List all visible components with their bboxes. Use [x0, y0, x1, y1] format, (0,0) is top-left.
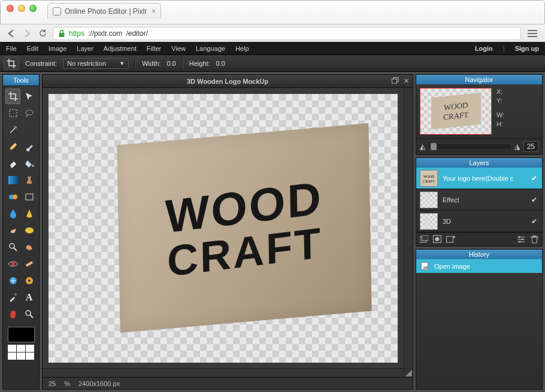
- window-minimize-icon[interactable]: [18, 5, 25, 12]
- constraint-value: No restriction: [67, 60, 106, 67]
- eraser-tool-icon[interactable]: [5, 156, 20, 171]
- doc-dimensions: 2400x1600 px: [78, 380, 120, 387]
- right-panels: Navigator WOODCRAFT X: Y: W: H: ◭: [416, 74, 543, 390]
- resize-grip-icon[interactable]: ◢: [404, 368, 413, 377]
- window-restore-icon[interactable]: [392, 77, 399, 85]
- layer-visible-checkbox[interactable]: ✔: [530, 217, 538, 226]
- svg-point-35: [519, 241, 521, 243]
- back-button[interactable]: [6, 28, 17, 39]
- layer-visible-checkbox[interactable]: ✔: [530, 196, 538, 204]
- svg-point-33: [519, 236, 520, 238]
- svg-text:CRAFT: CRAFT: [423, 180, 435, 183]
- browser-tab[interactable]: Online Photo Editor | Pixlr ×: [47, 3, 161, 19]
- window-close-icon[interactable]: [7, 5, 14, 12]
- redeye-tool-icon[interactable]: [5, 256, 20, 272]
- forward-button[interactable]: [22, 28, 32, 39]
- menu-layer[interactable]: Layer: [77, 45, 93, 52]
- layer-row[interactable]: 3D ✔: [416, 211, 542, 232]
- blur-tool-icon[interactable]: [5, 206, 20, 221]
- crop-tool-icon[interactable]: [5, 89, 20, 104]
- canvas-viewport[interactable]: WOOD CRAFT ◢: [43, 88, 413, 377]
- menu-help[interactable]: Help: [235, 45, 249, 52]
- layers-title: Layers: [416, 158, 542, 168]
- history-item[interactable]: Open image: [416, 259, 542, 273]
- spot-heal-tool-icon[interactable]: [22, 256, 37, 272]
- gradient-tool-icon[interactable]: [5, 172, 20, 188]
- hand-tool-icon[interactable]: [5, 306, 20, 322]
- sharpen-tool-icon[interactable]: [22, 206, 37, 221]
- scrollbar-vertical[interactable]: [404, 88, 413, 367]
- layer-styles-icon[interactable]: [446, 235, 456, 244]
- svg-text:WOOD: WOOD: [423, 175, 435, 178]
- chrome-menu-button[interactable]: [526, 28, 539, 39]
- bloat-tool-icon[interactable]: [5, 273, 20, 288]
- tools-grid: A: [3, 86, 39, 324]
- svg-point-12: [13, 195, 17, 199]
- menu-image[interactable]: Image: [49, 45, 67, 52]
- layer-mask-icon[interactable]: [433, 235, 441, 244]
- document-window: 3D Wooden Logo MockUp ✕ WOOD CRAFT: [42, 74, 413, 390]
- constraint-label: Constraint:: [25, 60, 57, 67]
- lasso-tool-icon[interactable]: [22, 105, 37, 121]
- menu-adjustment[interactable]: Adjustment: [104, 45, 137, 52]
- dodge-tool-icon[interactable]: [5, 239, 20, 255]
- delete-layer-icon[interactable]: [531, 235, 538, 244]
- menu-filter[interactable]: Filter: [147, 45, 161, 52]
- move-tool-icon[interactable]: [22, 89, 37, 104]
- pinch-tool-icon[interactable]: [22, 273, 37, 288]
- pencil-tool-icon[interactable]: [5, 139, 20, 154]
- new-layer-icon[interactable]: [420, 235, 428, 244]
- address-bar[interactable]: https://pixlr.com/editor/: [53, 27, 521, 40]
- svg-point-16: [11, 262, 15, 266]
- palette-swatches[interactable]: [8, 345, 34, 360]
- layer-visible-checkbox[interactable]: ✔: [530, 174, 538, 183]
- eyedropper-tool-icon[interactable]: [5, 290, 20, 305]
- draw-tool-icon[interactable]: [22, 189, 37, 205]
- menu-file[interactable]: File: [6, 45, 17, 52]
- zoom-out-icon[interactable]: ◭: [420, 142, 425, 151]
- window-zoom-icon[interactable]: [29, 5, 37, 12]
- tools-panel-title: Tools: [3, 75, 39, 86]
- zoom-percent[interactable]: 25: [49, 380, 56, 387]
- signup-link[interactable]: Sign up: [515, 45, 539, 52]
- foreground-swatch[interactable]: [8, 327, 35, 342]
- tab-close-icon[interactable]: ×: [152, 7, 156, 16]
- color-replace-tool-icon[interactable]: [5, 189, 20, 205]
- svg-point-5: [26, 110, 33, 115]
- zoom-tool-icon[interactable]: [22, 306, 37, 322]
- zoom-slider[interactable]: [429, 144, 511, 149]
- canvas-checker: WOOD CRAFT: [49, 94, 398, 363]
- type-tool-icon[interactable]: A: [22, 290, 37, 305]
- marquee-tool-icon[interactable]: [5, 105, 20, 121]
- layer-thumb-icon: [420, 213, 438, 230]
- layer-row[interactable]: Effect ✔: [416, 189, 542, 211]
- width-value[interactable]: 0.0: [166, 60, 175, 67]
- navigator-title: Navigator: [416, 75, 542, 84]
- clone-tool-icon[interactable]: [22, 172, 37, 188]
- wand-tool-icon[interactable]: [5, 122, 20, 138]
- window-close-icon[interactable]: ✕: [404, 77, 409, 85]
- constraint-dropdown[interactable]: No restriction ▼: [63, 58, 129, 69]
- menu-edit[interactable]: Edit: [27, 45, 38, 52]
- zoom-in-icon[interactable]: ◮: [514, 142, 520, 151]
- bucket-tool-icon[interactable]: [22, 156, 37, 171]
- reload-button[interactable]: [37, 28, 48, 39]
- smudge-tool-icon[interactable]: [5, 223, 20, 238]
- login-link[interactable]: Login: [475, 45, 493, 52]
- workspace: Tools: [0, 72, 545, 392]
- burn-tool-icon[interactable]: [22, 239, 37, 255]
- tab-title: Online Photo Editor | Pixlr: [65, 7, 147, 16]
- scrollbar-horizontal[interactable]: [43, 368, 404, 377]
- document-titlebar[interactable]: 3D Wooden Logo MockUp ✕: [43, 75, 413, 88]
- menu-language[interactable]: Language: [196, 45, 225, 52]
- brush-tool-icon[interactable]: [22, 139, 37, 154]
- url-path: /editor/: [126, 29, 148, 38]
- menu-view[interactable]: View: [171, 45, 186, 52]
- layer-settings-icon[interactable]: [516, 235, 526, 244]
- navigator-thumbnail[interactable]: WOODCRAFT: [420, 88, 492, 135]
- layer-row[interactable]: WOODCRAFT Your logo here(Double c ✔: [416, 168, 542, 189]
- height-value[interactable]: 0.0: [216, 60, 225, 67]
- sponge-tool-icon[interactable]: [22, 223, 37, 238]
- zoom-value[interactable]: 25: [523, 141, 538, 152]
- svg-point-31: [435, 237, 440, 241]
